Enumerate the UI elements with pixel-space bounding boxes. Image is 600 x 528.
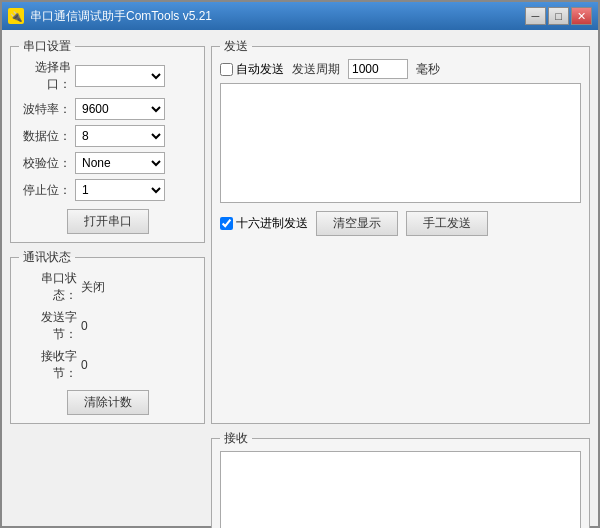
port-status-row: 串口状态： 关闭 <box>19 270 196 304</box>
send-clear-button[interactable]: 清空显示 <box>316 211 398 236</box>
stop-bits-select[interactable]: 1 1.5 2 <box>75 179 165 201</box>
hex-send-checkbox[interactable] <box>220 217 233 230</box>
baud-select[interactable]: 9600 1200 2400 4800 19200 38400 57600 11… <box>75 98 165 120</box>
data-bits-row: 数据位： 8 5 6 7 <box>19 125 196 147</box>
recv-bytes-value: 0 <box>81 358 88 372</box>
titlebar: 🔌 串口通信调试助手ComTools v5.21 ─ □ ✕ <box>2 2 598 30</box>
port-row: 选择串口： <box>19 59 196 93</box>
parity-select[interactable]: None Odd Even Mark Space <box>75 152 165 174</box>
window-title: 串口通信调试助手ComTools v5.21 <box>30 8 519 25</box>
period-input[interactable] <box>348 59 408 79</box>
send-bytes-row: 发送字节： 0 <box>19 309 196 343</box>
stop-bits-label: 停止位： <box>19 182 71 199</box>
auto-send-label[interactable]: 自动发送 <box>220 61 284 78</box>
send-legend: 发送 <box>220 38 252 55</box>
receive-textarea[interactable] <box>220 451 581 528</box>
port-status-label: 串口状态： <box>19 270 77 304</box>
receive-panel: 接收 十六进制显示 清空显示 <box>211 430 590 528</box>
bottom-row: 退出 关于 <box>10 430 205 528</box>
ms-label: 毫秒 <box>416 61 440 78</box>
maximize-button[interactable]: □ <box>548 7 569 25</box>
port-status-value: 关闭 <box>81 279 105 296</box>
port-select[interactable] <box>75 65 165 87</box>
parity-label: 校验位： <box>19 155 71 172</box>
recv-bytes-row: 接收字节： 0 <box>19 348 196 382</box>
serial-settings-legend: 串口设置 <box>19 38 75 55</box>
send-bytes-value: 0 <box>81 319 88 333</box>
send-textarea[interactable] <box>220 83 581 203</box>
send-panel: 发送 自动发送 发送周期 毫秒 十六进制发送 清空显示 手工发送 <box>211 38 590 424</box>
stop-bits-row: 停止位： 1 1.5 2 <box>19 179 196 201</box>
auto-send-text: 自动发送 <box>236 61 284 78</box>
main-window: 🔌 串口通信调试助手ComTools v5.21 ─ □ ✕ 串口设置 选择串口… <box>0 0 600 528</box>
comm-status-panel: 通讯状态 串口状态： 关闭 发送字节： 0 接收字节： 0 清除计数 <box>10 249 205 424</box>
send-top-controls: 自动发送 发送周期 毫秒 <box>220 59 581 79</box>
minimize-button[interactable]: ─ <box>525 7 546 25</box>
open-port-button[interactable]: 打开串口 <box>67 209 149 234</box>
data-bits-select[interactable]: 8 5 6 7 <box>75 125 165 147</box>
main-content: 串口设置 选择串口： 波特率： 9600 1200 2400 4800 1920… <box>2 30 598 528</box>
app-icon: 🔌 <box>8 8 24 24</box>
manual-send-button[interactable]: 手工发送 <box>406 211 488 236</box>
hex-send-text: 十六进制发送 <box>236 215 308 232</box>
send-bottom-controls: 十六进制发送 清空显示 手工发送 <box>220 211 581 236</box>
open-btn-row: 打开串口 <box>19 209 196 234</box>
comm-status-legend: 通讯状态 <box>19 249 75 266</box>
close-button[interactable]: ✕ <box>571 7 592 25</box>
window-controls: ─ □ ✕ <box>525 7 592 25</box>
receive-legend: 接收 <box>220 430 252 447</box>
period-label: 发送周期 <box>292 61 340 78</box>
auto-send-checkbox[interactable] <box>220 63 233 76</box>
port-label: 选择串口： <box>19 59 71 93</box>
hex-send-label[interactable]: 十六进制发送 <box>220 215 308 232</box>
data-bits-label: 数据位： <box>19 128 71 145</box>
clear-count-button[interactable]: 清除计数 <box>67 390 149 415</box>
clear-btn-row: 清除计数 <box>19 390 196 415</box>
serial-settings-panel: 串口设置 选择串口： 波特率： 9600 1200 2400 4800 1920… <box>10 38 205 243</box>
recv-bytes-label: 接收字节： <box>19 348 77 382</box>
parity-row: 校验位： None Odd Even Mark Space <box>19 152 196 174</box>
baud-label: 波特率： <box>19 101 71 118</box>
baud-row: 波特率： 9600 1200 2400 4800 19200 38400 576… <box>19 98 196 120</box>
send-bytes-label: 发送字节： <box>19 309 77 343</box>
